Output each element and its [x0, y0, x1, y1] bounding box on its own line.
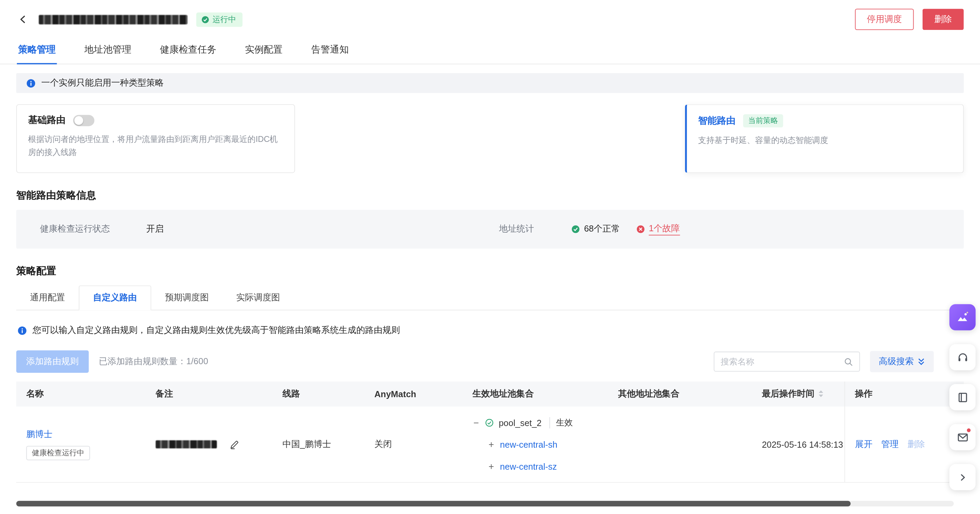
- col-other-pools: 其他地址池集合: [608, 389, 752, 400]
- basic-routing-card[interactable]: 基础路由 根据访问者的地理位置，将用户流量路由到距离用户距离最近的IDC机房的接…: [16, 105, 295, 173]
- tab-alert-notify[interactable]: 告警通知: [310, 36, 350, 63]
- delete-instance-button[interactable]: 删除: [923, 9, 964, 30]
- rule-line-cell: 中国_鹏博士: [272, 439, 364, 450]
- status-badge-label: 运行中: [213, 14, 236, 25]
- policy-type-notice-text: 一个实例只能启用一种类型策略: [41, 77, 164, 89]
- pool-link[interactable]: new-central-sz: [500, 461, 557, 471]
- health-status-label: 健康检查运行状态: [40, 224, 110, 235]
- tab-policy-management[interactable]: 策略管理: [17, 36, 57, 63]
- address-stats-label: 地址统计: [499, 224, 534, 235]
- tab-health-check[interactable]: 健康检查任务: [159, 36, 218, 63]
- current-policy-badge: 当前策略: [743, 114, 783, 127]
- table-header-row: 名称 备注 线路 AnyMatch 生效地址池集合 其他地址池集合 最后操作时间…: [16, 382, 964, 407]
- address-fail-stat[interactable]: 1个故障: [636, 223, 680, 235]
- basic-routing-title: 基础路由: [28, 114, 66, 127]
- col-active-pools: 生效地址池集合: [463, 389, 608, 400]
- support-button[interactable]: [950, 344, 975, 370]
- col-name: 名称: [16, 389, 145, 400]
- advanced-search-button[interactable]: 高级搜索: [870, 351, 934, 372]
- horizontal-scrollbar[interactable]: [16, 501, 953, 506]
- scrollbar-thumb[interactable]: [16, 501, 850, 506]
- table-row: 鹏博士 健康检查运行中 中国_鹏博士 关闭 − pool_set_2 生效: [16, 406, 964, 483]
- tab-instance-config[interactable]: 实例配置: [244, 36, 284, 63]
- double-chevron-down-icon: [917, 357, 925, 366]
- health-running-badge: 健康检查运行中: [26, 446, 90, 460]
- pool-row: + new-central-sz: [473, 457, 608, 475]
- manage-action-link[interactable]: 管理: [881, 439, 899, 450]
- custom-rule-notice-text: 您可以输入自定义路由规则，自定义路由规则生效优先级高于智能路由策略系统生成的路由…: [33, 325, 400, 336]
- col-last-op-time: 最后操作时间: [752, 389, 845, 400]
- col-anymatch: AnyMatch: [364, 389, 463, 399]
- col-note: 备注: [146, 389, 273, 400]
- mail-icon: [957, 431, 969, 443]
- expand-icon[interactable]: +: [488, 461, 495, 471]
- info-icon: [18, 326, 27, 335]
- rule-name-link[interactable]: 鹏博士: [26, 429, 52, 439]
- ai-assistant-button[interactable]: [950, 304, 975, 330]
- smart-routing-desc: 支持基于时延、容量的动态智能调度: [698, 134, 952, 147]
- check-circle-icon: [485, 418, 493, 427]
- smart-routing-title: 智能路由: [698, 115, 735, 127]
- info-icon: [26, 78, 35, 87]
- back-icon[interactable]: [16, 13, 30, 26]
- check-circle-icon: [201, 16, 209, 24]
- add-rule-button[interactable]: 添加路由规则: [16, 351, 89, 373]
- chevron-right-icon: [957, 472, 968, 482]
- feedback-button[interactable]: [950, 424, 975, 450]
- page-header: 运行中 停用调度 删除: [0, 0, 980, 36]
- headset-icon: [957, 351, 969, 363]
- smart-routing-info-panel: 健康检查运行状态 开启 地址统计 68个正常 1个故障: [16, 210, 964, 249]
- strategy-cards: 基础路由 根据访问者的地理位置，将用户流量路由到距离用户距离最近的IDC机房的接…: [0, 105, 980, 173]
- tab-address-pool[interactable]: 地址池管理: [83, 36, 133, 63]
- pool-link[interactable]: new-central-sh: [500, 439, 557, 449]
- mountain-icon: [956, 310, 969, 324]
- pool-set-row: − pool_set_2 生效: [473, 414, 608, 431]
- floating-toolbar: [950, 304, 975, 490]
- stop-scheduling-button[interactable]: 停用调度: [855, 9, 914, 30]
- docs-button[interactable]: [950, 384, 975, 410]
- error-circle-icon: [636, 225, 645, 233]
- basic-routing-desc: 根据访问者的地理位置，将用户流量路由到距离用户距离最近的IDC机房的接入线路: [28, 132, 283, 159]
- notification-dot: [966, 428, 971, 433]
- rule-anymatch-cell: 关闭: [364, 439, 463, 450]
- rule-note-cell: [146, 439, 273, 449]
- col-line: 线路: [272, 389, 364, 400]
- search-box[interactable]: [714, 352, 860, 371]
- search-input[interactable]: [721, 357, 844, 366]
- delete-action-link[interactable]: 删除: [907, 439, 925, 450]
- rule-name-cell: 鹏博士 健康检查运行中: [16, 428, 145, 460]
- tab-custom-routing[interactable]: 自定义路由: [79, 286, 151, 311]
- expand-icon[interactable]: +: [488, 439, 495, 450]
- main-tab-bar: 策略管理 地址池管理 健康检查任务 实例配置 告警通知: [0, 36, 980, 64]
- book-icon: [957, 391, 969, 403]
- advanced-search-label: 高级搜索: [879, 356, 914, 367]
- last-op-time-cell: 2025-05-16 14:58:13: [752, 439, 845, 449]
- pool-row: + new-central-sh: [473, 436, 608, 453]
- pool-set-name: pool_set_2: [499, 417, 542, 427]
- tab-general-config[interactable]: 通用配置: [16, 286, 79, 309]
- col-actions: 操作: [845, 382, 954, 407]
- routing-rules-table: 名称 备注 线路 AnyMatch 生效地址池集合 其他地址池集合 最后操作时间…: [16, 382, 964, 483]
- console-page: 运行中 停用调度 删除 策略管理 地址池管理 健康检查任务 实例配置 告警通知 …: [0, 0, 980, 514]
- search-icon[interactable]: [844, 357, 853, 366]
- policy-type-notice: 一个实例只能启用一种类型策略: [16, 73, 964, 93]
- smart-routing-card[interactable]: 智能路由 当前策略 支持基于时延、容量的动态智能调度: [685, 105, 964, 173]
- address-ok-stat: 68个正常: [571, 224, 620, 235]
- sort-icon[interactable]: [818, 390, 824, 398]
- collapse-icon[interactable]: −: [473, 417, 480, 428]
- address-ok-text: 68个正常: [584, 224, 620, 235]
- check-circle-icon: [571, 225, 580, 233]
- health-status-value: 开启: [146, 224, 164, 235]
- expand-action-link[interactable]: 展开: [855, 439, 872, 450]
- address-fail-text: 1个故障: [649, 223, 680, 235]
- basic-routing-toggle[interactable]: [73, 115, 95, 126]
- collapse-panel-button[interactable]: [950, 464, 975, 490]
- tab-expected-scheduling[interactable]: 预期调度图: [151, 286, 223, 309]
- col-last-op-time-label: 最后操作时间: [762, 389, 815, 398]
- rule-note-redacted: [156, 440, 217, 448]
- edit-note-icon[interactable]: [229, 439, 239, 449]
- rules-toolbar: 添加路由规则 已添加路由规则数量：1/600 高级搜索: [16, 351, 964, 373]
- row-actions-cell: 展开 管理 删除: [845, 406, 954, 482]
- config-tab-bar: 通用配置 自定义路由 预期调度图 实际调度图: [16, 286, 964, 311]
- tab-actual-scheduling[interactable]: 实际调度图: [223, 286, 294, 309]
